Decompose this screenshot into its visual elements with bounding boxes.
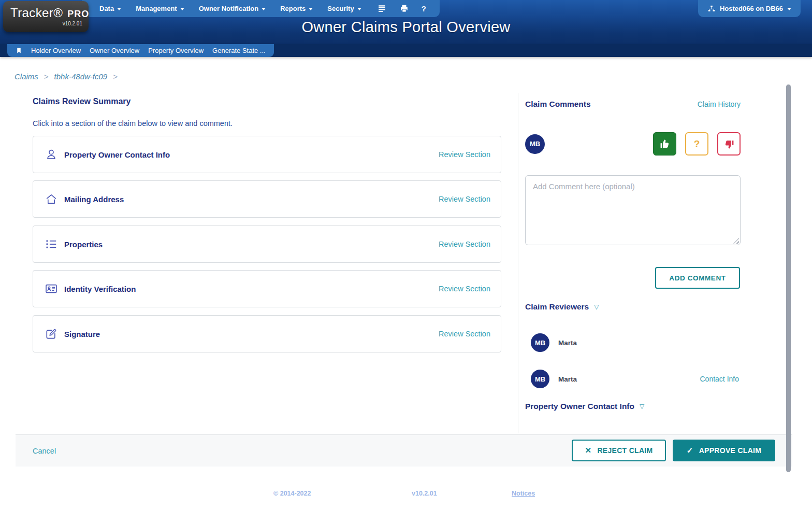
thumbs-down-icon bbox=[723, 138, 735, 150]
section-card-signature[interactable]: Signature Review Section bbox=[33, 315, 501, 352]
nav-item-label: Data bbox=[99, 5, 114, 12]
thumbs-up-icon bbox=[659, 138, 671, 150]
app-logo: Tracker®PRO v10.2.01 bbox=[3, 1, 89, 32]
bookmark-icon bbox=[16, 47, 22, 54]
review-section-link[interactable]: Review Section bbox=[439, 240, 490, 248]
reject-claim-label: REJECT CLAIM bbox=[597, 446, 653, 455]
claim-comments-header: Claim Comments Claim History bbox=[525, 100, 741, 109]
reject-claim-button[interactable]: ✕ REJECT CLAIM bbox=[572, 440, 666, 461]
approve-claim-button[interactable]: ✓ APPROVE CLAIM bbox=[673, 440, 775, 461]
review-section-link[interactable]: Review Section bbox=[439, 195, 490, 203]
list-icon bbox=[45, 237, 58, 251]
thumbs-up-button[interactable] bbox=[653, 132, 676, 156]
section-label: Property Owner Contact Info bbox=[64, 150, 170, 159]
question-vote-button[interactable]: ? bbox=[685, 132, 708, 156]
review-section-link[interactable]: Review Section bbox=[439, 150, 490, 159]
reviewer-name: Marta bbox=[558, 339, 577, 347]
action-bar: Cancel ✕ REJECT CLAIM ✓ APPROVE CLAIM bbox=[16, 434, 792, 467]
bookmark-generate-state[interactable]: Generate State ... bbox=[212, 47, 266, 54]
claim-reviewers-label: Claim Reviewers bbox=[525, 302, 589, 312]
server-selector-label: Hosted066 on DB66 bbox=[720, 5, 783, 12]
nav-tools: ? bbox=[377, 4, 426, 13]
claim-reviewers-heading[interactable]: Claim Reviewers ▽ bbox=[525, 302, 599, 312]
contact-info-link[interactable]: Contact Info bbox=[700, 375, 740, 383]
x-icon: ✕ bbox=[585, 446, 592, 455]
page-title: Owner Claims Portal Overview bbox=[0, 19, 812, 36]
signature-icon bbox=[45, 327, 58, 341]
chevron-down-icon bbox=[180, 8, 184, 10]
section-card-mailing-address[interactable]: Mailing Address Review Section bbox=[33, 180, 501, 218]
logo-brand: Tracker® bbox=[10, 6, 63, 20]
thumbs-down-button[interactable] bbox=[717, 132, 741, 156]
printer-icon[interactable] bbox=[399, 4, 409, 13]
chevron-down-icon bbox=[117, 8, 121, 10]
sitemap-icon bbox=[707, 5, 716, 13]
triangle-down-icon: ▽ bbox=[594, 303, 599, 311]
section-card-identity-verification[interactable]: Identity Verification Review Section bbox=[33, 270, 501, 307]
chevron-down-icon bbox=[357, 8, 361, 10]
nav-item-security[interactable]: Security bbox=[327, 5, 361, 12]
server-selector[interactable]: Hosted066 on DB66 bbox=[698, 0, 801, 17]
chevron-down-icon bbox=[262, 8, 266, 10]
section-card-properties[interactable]: Properties Review Section bbox=[33, 225, 501, 263]
reviewer-row: MB Marta bbox=[531, 333, 741, 352]
avatar: MB bbox=[531, 370, 549, 388]
cancel-link[interactable]: Cancel bbox=[33, 447, 56, 455]
bookmark-owner-overview[interactable]: Owner Overview bbox=[90, 47, 139, 54]
question-icon: ? bbox=[694, 138, 700, 150]
person-icon bbox=[45, 148, 58, 161]
avatar: MB bbox=[525, 134, 545, 154]
review-section-link[interactable]: Review Section bbox=[439, 330, 490, 338]
vote-row: MB ? bbox=[525, 132, 741, 156]
logo-version: v10.2.01 bbox=[10, 21, 82, 26]
nav-item-label: Owner Notification bbox=[199, 5, 259, 12]
section-label: Identity Verification bbox=[64, 285, 136, 293]
nav-item-reports[interactable]: Reports bbox=[280, 5, 313, 12]
property-owner-contact-info-label: Property Owner Contact Info bbox=[525, 402, 634, 411]
section-label: Mailing Address bbox=[64, 195, 124, 204]
footer-copyright: © 2014-2022 bbox=[273, 490, 311, 497]
section-card-property-owner-contact-info[interactable]: Property Owner Contact Info Review Secti… bbox=[33, 136, 501, 173]
chevron-down-icon bbox=[309, 8, 313, 10]
bookmark-holder-overview[interactable]: Holder Overview bbox=[31, 47, 81, 54]
owner-claims-portal-screen: Data Management Owner Notification Repor… bbox=[0, 0, 812, 508]
id-card-icon bbox=[45, 282, 58, 295]
nav-item-management[interactable]: Management bbox=[136, 5, 184, 12]
triangle-down-icon: ▽ bbox=[640, 403, 644, 410]
breadcrumb-separator: > bbox=[113, 72, 118, 81]
vertical-scrollbar[interactable] bbox=[786, 84, 791, 472]
reviewer-row: MB Marta Contact Info bbox=[531, 370, 741, 388]
bookmark-property-overview[interactable]: Property Overview bbox=[148, 47, 204, 54]
breadcrumb-claims[interactable]: Claims bbox=[15, 72, 38, 81]
section-label: Signature bbox=[64, 330, 100, 338]
reviewer-name: Marta bbox=[558, 375, 577, 383]
nav-item-label: Reports bbox=[280, 5, 306, 12]
add-comment-button[interactable]: ADD COMMENT bbox=[655, 267, 740, 289]
check-icon: ✓ bbox=[687, 446, 693, 455]
approve-claim-label: APPROVE CLAIM bbox=[699, 446, 762, 455]
section-label: Properties bbox=[64, 240, 103, 249]
footer-notices-link[interactable]: Notices bbox=[512, 490, 535, 497]
comment-input[interactable] bbox=[525, 175, 741, 245]
claim-comments-title: Claim Comments bbox=[525, 100, 591, 109]
logo-edition: PRO bbox=[67, 9, 89, 19]
breadcrumb-claim-id[interactable]: tbhk-48dw-fc09 bbox=[54, 72, 108, 81]
claims-review-summary-heading: Claims Review Summary bbox=[33, 97, 130, 106]
bookmarks: Holder Overview Owner Overview Property … bbox=[7, 44, 274, 57]
review-section-link[interactable]: Review Section bbox=[439, 285, 490, 293]
help-icon[interactable]: ? bbox=[422, 4, 426, 13]
avatar: MB bbox=[531, 333, 549, 352]
home-icon bbox=[45, 192, 58, 206]
panel-divider bbox=[518, 93, 518, 433]
nav-item-label: Management bbox=[136, 5, 177, 12]
queue-list-icon[interactable] bbox=[377, 4, 387, 13]
claim-history-link[interactable]: Claim History bbox=[698, 100, 741, 108]
claims-review-instruction: Click into a section of the claim below … bbox=[33, 119, 233, 128]
nav-item-data[interactable]: Data bbox=[99, 5, 121, 12]
breadcrumb: Claims > tbhk-48dw-fc09 > bbox=[15, 72, 118, 81]
nav-item-label: Security bbox=[327, 5, 354, 12]
property-owner-contact-info-heading[interactable]: Property Owner Contact Info ▽ bbox=[525, 402, 644, 411]
nav-item-owner-notification[interactable]: Owner Notification bbox=[199, 5, 266, 12]
breadcrumb-separator: > bbox=[44, 72, 49, 81]
chevron-down-icon bbox=[787, 8, 791, 10]
